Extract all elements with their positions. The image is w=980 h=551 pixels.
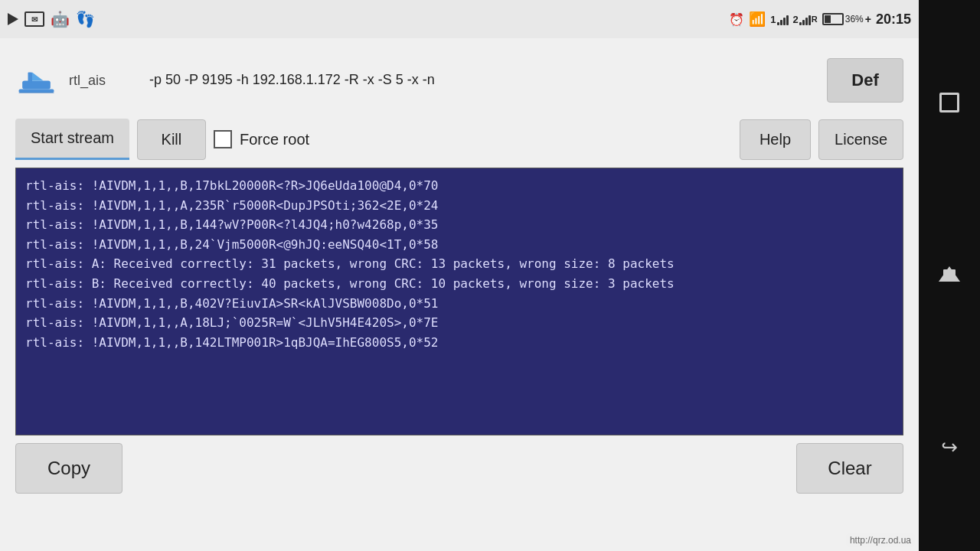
log-line: rtl-ais: !AIVDM,1,1,,B,144?wV?P00R<?l4JQ… xyxy=(25,215,893,235)
log-line: rtl-ais: !AIVDM,1,1,,B,17bkL20000R<?R>JQ… xyxy=(25,176,893,196)
battery-percent: 36% xyxy=(845,14,864,24)
def-button[interactable]: Def xyxy=(827,58,903,103)
wifi-icon: 📶 xyxy=(749,11,766,28)
status-right: ⏰ 📶 1 2 R xyxy=(729,11,911,28)
svg-marker-2 xyxy=(32,72,44,80)
license-button[interactable]: License xyxy=(818,119,903,160)
log-line: rtl-ais: !AIVDM,1,1,,B,142LTMP001R>1qBJQ… xyxy=(25,333,893,353)
help-button[interactable]: Help xyxy=(740,119,811,160)
force-root-label: Force root xyxy=(240,131,309,148)
signal2: 2 R xyxy=(793,13,818,25)
app-logo xyxy=(15,60,57,102)
signal1: 1 xyxy=(770,13,788,25)
log-line: rtl-ais: B: Received correctly: 40 packe… xyxy=(25,274,893,294)
recent-apps-icon[interactable] xyxy=(939,93,959,112)
signal2-bars xyxy=(799,13,811,25)
log-line: rtl-ais: !AIVDM,1,1,,B,24`Vjm5000R<@9hJQ… xyxy=(25,235,893,255)
android-icon: 🤖 xyxy=(51,10,70,28)
url-bar: http://qrz.od.ua xyxy=(846,533,915,547)
play-icon xyxy=(8,13,18,25)
controls-row: Start stream Kill Force root Help Licens… xyxy=(15,119,903,160)
bottom-row: Copy Clear xyxy=(15,443,903,494)
clock: 20:15 xyxy=(876,11,911,28)
message-icon: ✉ xyxy=(24,11,44,27)
battery-container: 36% + xyxy=(822,13,871,25)
clear-button[interactable]: Clear xyxy=(796,443,903,494)
status-left: ✉ 🤖 👣 xyxy=(8,10,95,28)
log-area[interactable]: rtl-ais: !AIVDM,1,1,,B,17bkL20000R<?R>JQ… xyxy=(15,168,903,435)
kill-button[interactable]: Kill xyxy=(137,119,206,160)
main-content: rtl_ais -p 50 -P 9195 -h 192.168.1.172 -… xyxy=(0,38,919,551)
app-icon: 👣 xyxy=(76,10,95,28)
battery-icon xyxy=(822,13,844,25)
alarm-icon: ⏰ xyxy=(729,12,744,27)
log-line: rtl-ais: !AIVDM,1,1,,B,402V?EiuvIA>SR<kA… xyxy=(25,294,893,314)
battery-plus: + xyxy=(865,13,871,25)
svg-rect-3 xyxy=(19,89,54,93)
log-line: rtl-ais: !AIVDM,1,1,,A,18LJ;`0025R=W`<JL… xyxy=(25,313,893,333)
signal1-bars xyxy=(777,13,789,25)
copy-button[interactable]: Copy xyxy=(15,443,122,494)
program-name: rtl_ais xyxy=(69,73,130,89)
svg-rect-1 xyxy=(28,72,33,82)
status-bar: ✉ 🤖 👣 ⏰ 📶 1 2 R xyxy=(0,0,919,38)
right-panel: ↩ xyxy=(919,0,980,551)
force-root-checkbox[interactable] xyxy=(214,130,232,148)
home-icon-container[interactable] xyxy=(939,266,960,282)
back-icon[interactable]: ↩ xyxy=(941,435,958,459)
params-text: -p 50 -P 9195 -h 192.168.1.172 -R -x -S … xyxy=(142,67,815,93)
log-line: rtl-ais: !AIVDM,1,1,,A,235R`r5000R<DupJP… xyxy=(25,196,893,216)
svg-rect-0 xyxy=(22,80,51,89)
force-root-container: Force root xyxy=(214,130,732,148)
signal2-r: R xyxy=(812,15,818,24)
home-icon xyxy=(939,266,960,282)
start-stream-button[interactable]: Start stream xyxy=(15,119,129,160)
log-line: rtl-ais: A: Received correctly: 31 packe… xyxy=(25,254,893,274)
header-row: rtl_ais -p 50 -P 9195 -h 192.168.1.172 -… xyxy=(15,54,903,107)
